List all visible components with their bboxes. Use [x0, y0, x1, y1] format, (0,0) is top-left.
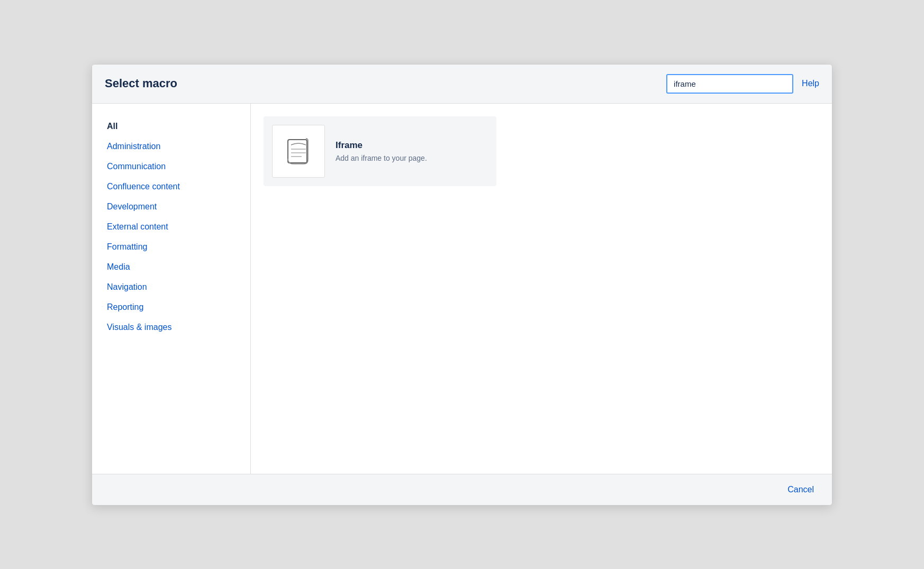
- help-link[interactable]: Help: [802, 79, 819, 88]
- sidebar-item-formatting[interactable]: Formatting: [92, 237, 250, 257]
- sidebar-item-visuals-images[interactable]: Visuals & images: [92, 317, 250, 337]
- sidebar-item-administration[interactable]: Administration: [92, 136, 250, 157]
- dialog-title: Select macro: [105, 77, 177, 90]
- main-content: Iframe Add an iframe to your page.: [251, 104, 832, 474]
- macro-desc: Add an iframe to your page.: [336, 154, 427, 162]
- cancel-button[interactable]: Cancel: [782, 482, 819, 498]
- sidebar: All Administration Communication Conflue…: [92, 104, 251, 474]
- dialog-footer: Cancel: [92, 474, 832, 505]
- sidebar-item-all[interactable]: All: [92, 116, 250, 136]
- sidebar-item-communication[interactable]: Communication: [92, 157, 250, 177]
- macro-card-iframe[interactable]: Iframe Add an iframe to your page.: [264, 116, 496, 186]
- sidebar-item-confluence-content[interactable]: Confluence content: [92, 177, 250, 197]
- sidebar-item-reporting[interactable]: Reporting: [92, 297, 250, 317]
- header-right: Help: [666, 74, 819, 94]
- select-macro-dialog: Select macro Help All Administration Com…: [92, 64, 832, 506]
- macro-name: Iframe: [336, 140, 427, 151]
- sidebar-item-media[interactable]: Media: [92, 257, 250, 277]
- dialog-header: Select macro Help: [92, 65, 832, 104]
- sidebar-item-development[interactable]: Development: [92, 197, 250, 217]
- sidebar-item-external-content[interactable]: External content: [92, 217, 250, 237]
- macro-icon-box: [272, 125, 325, 178]
- iframe-icon: [284, 136, 313, 166]
- search-input[interactable]: [666, 74, 793, 94]
- sidebar-item-navigation[interactable]: Navigation: [92, 277, 250, 297]
- dialog-body: All Administration Communication Conflue…: [92, 104, 832, 474]
- macro-info: Iframe Add an iframe to your page.: [336, 140, 427, 162]
